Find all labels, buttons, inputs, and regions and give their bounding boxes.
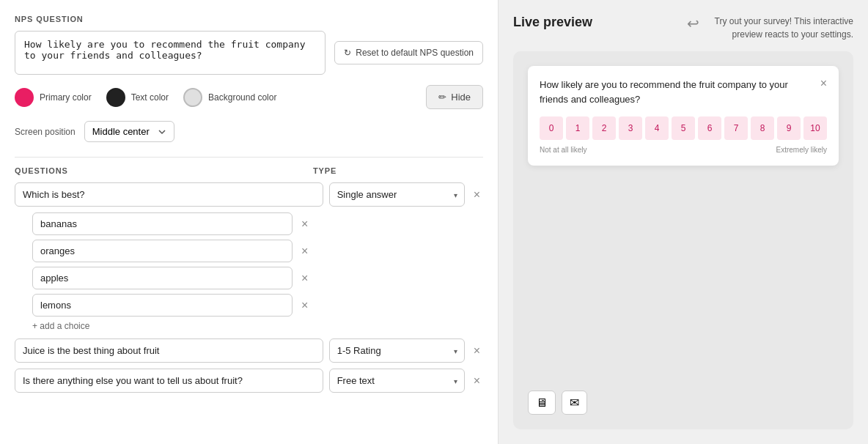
preview-card: How likely are you to recommend the frui… <box>513 51 853 429</box>
nps-labels: Not at all likely Extremely likely <box>540 146 827 154</box>
nps-num-9[interactable]: 9 <box>777 116 801 140</box>
choice-row-bananas: × <box>32 212 483 235</box>
preview-inner: How likely are you to recommend the frui… <box>528 66 839 166</box>
text-color-item[interactable]: Text color <box>106 88 169 107</box>
nps-section-label: NPS QUESTION <box>15 15 483 23</box>
nps-num-8[interactable]: 8 <box>751 116 774 140</box>
text-color-circle[interactable] <box>106 88 125 107</box>
nps-question-textarea[interactable]: How likely are you to recommend the frui… <box>15 31 326 75</box>
remove-choice-apples-button[interactable]: × <box>298 270 311 287</box>
question-row-2: Single answer Multiple answer 1-5 Rating… <box>15 338 483 363</box>
nps-card-question: How likely are you to recommend the frui… <box>540 78 820 106</box>
question-3-type-wrap: Single answer Multiple answer 1-5 Rating… <box>329 369 465 393</box>
curved-arrow-icon: ↩ <box>687 15 699 32</box>
remove-question-3-button[interactable]: × <box>471 372 483 390</box>
primary-color-label: Primary color <box>40 92 92 103</box>
remove-choice-lemons-button[interactable]: × <box>298 297 311 314</box>
nps-card-header: How likely are you to recommend the frui… <box>540 78 827 106</box>
nps-num-1[interactable]: 1 <box>566 116 589 140</box>
primary-color-circle[interactable] <box>15 88 34 107</box>
type-header-label: TYPE <box>313 166 460 175</box>
divider <box>15 157 483 158</box>
question-3-type-select[interactable]: Single answer Multiple answer 1-5 Rating… <box>329 369 465 393</box>
nps-label-low: Not at all likely <box>540 146 586 154</box>
choice-row-oranges: × <box>32 240 483 262</box>
nps-question-row: How likely are you to recommend the frui… <box>15 31 483 75</box>
remove-question-1-button[interactable]: × <box>471 186 483 204</box>
background-color-circle[interactable] <box>183 88 202 107</box>
nps-num-7[interactable]: 7 <box>724 116 748 140</box>
choice-row-apples: × <box>32 267 483 289</box>
pencil-icon: ✏ <box>438 92 446 103</box>
nps-label-high: Extremely likely <box>776 146 827 154</box>
background-color-item[interactable]: Background color <box>183 88 276 107</box>
nps-close-button[interactable]: × <box>820 78 827 89</box>
nps-num-3[interactable]: 3 <box>619 116 642 140</box>
reset-btn-label: Reset to default NPS question <box>356 48 474 58</box>
reset-to-default-button[interactable]: ↻ Reset to default NPS question <box>334 41 483 64</box>
colors-row: Primary color Text color Background colo… <box>15 85 483 109</box>
choice-input-lemons[interactable] <box>32 294 293 317</box>
email-device-button[interactable]: ✉ <box>562 391 587 415</box>
text-color-label: Text color <box>131 92 169 103</box>
desktop-device-button[interactable]: 🖥 <box>528 391 556 415</box>
question-2-type-wrap: Single answer Multiple answer 1-5 Rating… <box>329 338 465 363</box>
nps-num-0[interactable]: 0 <box>540 116 563 140</box>
question-3-input[interactable] <box>15 369 323 393</box>
nps-num-4[interactable]: 4 <box>645 116 669 140</box>
hide-btn-label: Hide <box>451 92 471 103</box>
question-2-input[interactable] <box>15 338 323 363</box>
nps-preview-card: How likely are you to recommend the frui… <box>528 66 839 166</box>
device-switcher: 🖥 ✉ <box>528 391 839 415</box>
nps-num-10[interactable]: 10 <box>803 116 827 140</box>
question-1-input[interactable] <box>15 182 323 207</box>
screen-position-select[interactable]: Middle center Bottom left Bottom right B… <box>84 121 174 142</box>
live-preview-title: Live preview <box>513 15 592 30</box>
remove-question-2-button[interactable]: × <box>471 342 483 360</box>
left-panel: NPS QUESTION How likely are you to recom… <box>0 0 499 444</box>
screen-position-label: Screen position <box>15 127 76 137</box>
choice-input-apples[interactable] <box>32 267 293 289</box>
live-preview-header: Live preview ↩ Try out your survey! This… <box>513 15 853 41</box>
reset-icon: ↻ <box>344 48 351 58</box>
background-color-label: Background color <box>208 92 276 103</box>
nps-num-2[interactable]: 2 <box>592 116 616 140</box>
question-2-type-select[interactable]: Single answer Multiple answer 1-5 Rating… <box>329 338 465 363</box>
add-choice-link-q1[interactable]: + add a choice <box>32 321 483 331</box>
live-preview-hint: Try out your survey! This interactive pr… <box>707 15 853 41</box>
email-icon: ✉ <box>570 396 579 410</box>
remove-choice-oranges-button[interactable]: × <box>298 243 311 260</box>
choice-input-oranges[interactable] <box>32 240 293 262</box>
question-1-type-wrap: Single answer Multiple answer 1-5 Rating… <box>329 182 465 207</box>
question-row-1: Single answer Multiple answer 1-5 Rating… <box>15 182 483 207</box>
choice-input-bananas[interactable] <box>32 212 293 235</box>
question-1-type-select[interactable]: Single answer Multiple answer 1-5 Rating… <box>329 182 465 207</box>
questions-header-label: QUESTIONS <box>15 166 313 175</box>
right-panel: Live preview ↩ Try out your survey! This… <box>499 0 868 444</box>
hide-button[interactable]: ✏ Hide <box>426 85 483 109</box>
nps-num-5[interactable]: 5 <box>672 116 695 140</box>
question-row-3: Single answer Multiple answer 1-5 Rating… <box>15 369 483 393</box>
choices-wrap-q1: × × × × <box>15 212 483 317</box>
primary-color-item[interactable]: Primary color <box>15 88 92 107</box>
questions-header: QUESTIONS TYPE <box>15 166 483 175</box>
remove-choice-bananas-button[interactable]: × <box>298 215 311 233</box>
nps-num-6[interactable]: 6 <box>698 116 721 140</box>
desktop-icon: 🖥 <box>536 396 548 410</box>
screen-position-row: Screen position Middle center Bottom lef… <box>15 121 483 142</box>
choice-row-lemons: × <box>32 294 483 317</box>
nps-scale: 0 1 2 3 4 5 6 7 8 9 10 <box>540 116 827 140</box>
